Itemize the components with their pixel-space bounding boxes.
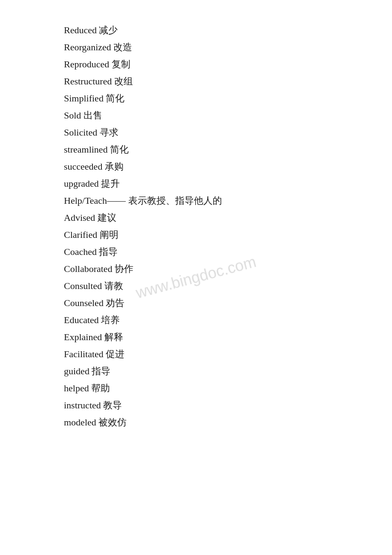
- list-item: Collaborated 协作: [64, 264, 392, 274]
- list-item: Coached 指导: [64, 247, 392, 257]
- word-english: instructed: [64, 400, 103, 410]
- word-english: Clarified: [64, 229, 100, 240]
- list-item: Educated 培养: [64, 315, 392, 325]
- word-english: Coached: [64, 246, 99, 257]
- word-chinese: 请教: [104, 280, 123, 291]
- list-item: Explained 解释: [64, 332, 392, 342]
- word-english: Explained: [64, 332, 104, 342]
- list-item: Sold 出售: [64, 111, 392, 120]
- word-english: guided: [64, 366, 92, 376]
- word-list: Reduced 减少Reorganized 改造Reproduced 复制Res…: [64, 26, 392, 427]
- word-english: Simplified: [64, 93, 106, 104]
- list-item: Reorganized 改造: [64, 43, 392, 52]
- list-item: Consulted 请教: [64, 281, 392, 291]
- word-chinese: 改组: [114, 76, 133, 87]
- word-chinese: 解释: [104, 332, 123, 342]
- word-chinese: 阐明: [100, 229, 118, 240]
- word-chinese: 建议: [98, 212, 116, 223]
- word-chinese: 改造: [113, 42, 132, 52]
- word-english: Help/Teach——: [64, 195, 128, 206]
- word-chinese: 寻求: [100, 127, 118, 138]
- list-item: helped 帮助: [64, 384, 392, 393]
- list-item: upgraded 提升: [64, 179, 392, 188]
- list-item: guided 指导: [64, 367, 392, 376]
- word-chinese: 劝告: [106, 298, 124, 308]
- list-item: streamlined 简化: [64, 145, 392, 154]
- list-item: Reduced 减少: [64, 26, 392, 35]
- list-item: Counseled 劝告: [64, 298, 392, 308]
- word-english: Restructured: [64, 76, 114, 87]
- list-item: Reproduced 复制: [64, 60, 392, 69]
- word-english: Reproduced: [64, 59, 112, 69]
- word-chinese: 复制: [112, 59, 130, 69]
- list-item: Facilitated 促进: [64, 350, 392, 359]
- word-chinese: 教导: [103, 400, 122, 410]
- word-chinese: 承购: [105, 161, 124, 172]
- word-chinese: 指导: [92, 366, 110, 376]
- word-chinese: 帮助: [91, 383, 110, 393]
- word-chinese: 促进: [106, 349, 124, 359]
- list-item: instructed 教导: [64, 401, 392, 410]
- word-english: streamlined: [64, 144, 110, 155]
- word-chinese: 提升: [101, 178, 120, 189]
- list-item: Simplified 简化: [64, 94, 392, 103]
- list-item: succeeded 承购: [64, 162, 392, 171]
- word-english: upgraded: [64, 178, 101, 189]
- word-english: Reduced: [64, 25, 99, 35]
- word-english: Reorganized: [64, 42, 113, 52]
- word-chinese: 简化: [106, 93, 124, 104]
- list-item: Solicited 寻求: [64, 128, 392, 137]
- word-english: Educated: [64, 315, 101, 325]
- word-english: Sold: [64, 110, 84, 121]
- word-chinese: 减少: [99, 25, 118, 35]
- list-item: Restructured 改组: [64, 77, 392, 86]
- word-english: Solicited: [64, 127, 100, 138]
- word-english: Collaborated: [64, 263, 115, 274]
- list-item: modeled 被效仿: [64, 418, 392, 427]
- word-english: modeled: [64, 417, 98, 428]
- word-chinese: 简化: [110, 144, 129, 155]
- word-english: succeeded: [64, 161, 105, 172]
- word-chinese: 被效仿: [98, 417, 127, 428]
- word-english: Facilitated: [64, 349, 106, 359]
- word-chinese: 出售: [84, 110, 102, 121]
- list-item: Help/Teach—— 表示教授、指导他人的: [64, 196, 392, 205]
- word-chinese: 协作: [115, 263, 133, 274]
- word-chinese: 培养: [101, 315, 120, 325]
- word-chinese: 指导: [99, 246, 118, 257]
- word-english: helped: [64, 383, 91, 393]
- word-english: Counseled: [64, 298, 106, 308]
- word-english: Advised: [64, 212, 98, 223]
- word-english: Consulted: [64, 280, 104, 291]
- word-chinese: 表示教授、指导他人的: [128, 195, 222, 206]
- list-item: Clarified 阐明: [64, 230, 392, 240]
- list-item: Advised 建议: [64, 213, 392, 223]
